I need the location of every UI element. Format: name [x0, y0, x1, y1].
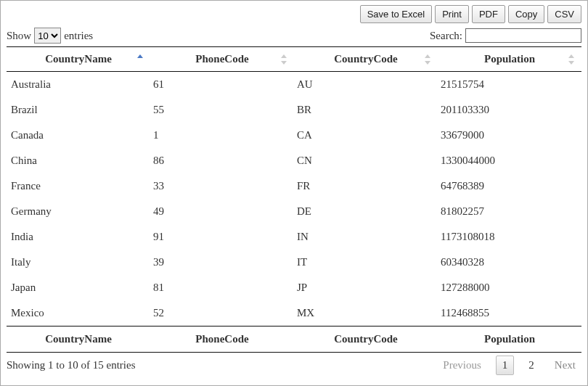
cell-pop: 112468855: [438, 300, 581, 327]
table-row: China86CN1330044000: [7, 148, 581, 173]
cell-pop: 33679000: [438, 123, 581, 148]
pagination-previous[interactable]: Previous: [437, 356, 487, 374]
cell-pop: 1330044000: [438, 148, 581, 173]
table-row: Germany49DE81802257: [7, 199, 581, 224]
save-to-excel-button[interactable]: Save to Excel: [360, 5, 433, 23]
copy-button[interactable]: Copy: [508, 5, 544, 23]
cell-phone: 61: [150, 72, 294, 98]
cell-phone: 49: [150, 199, 294, 224]
sort-icon: [568, 54, 576, 65]
cell-phone: 86: [150, 148, 294, 173]
table-row: Mexico52MX112468855: [7, 300, 581, 327]
cell-phone: 33: [150, 173, 294, 199]
cell-phone: 1: [150, 123, 294, 148]
table-row: Canada1CA33679000: [7, 123, 581, 148]
cell-code: BR: [294, 97, 438, 123]
cell-phone: 39: [150, 250, 294, 275]
table-row: Italy39IT60340328: [7, 250, 581, 275]
column-footer-countryname: CountryName: [7, 327, 150, 353]
page-length-control: Show 10 entries: [7, 28, 93, 44]
cell-pop: 127288000: [438, 275, 581, 300]
sort-icon: [281, 54, 288, 65]
column-header-countryname[interactable]: CountryName: [7, 47, 150, 72]
table-row: Brazil55BR201103330: [7, 97, 581, 123]
cell-code: IT: [294, 250, 438, 275]
cell-pop: 64768389: [438, 173, 581, 199]
length-suffix-label: entries: [64, 30, 93, 42]
cell-name: Australia: [7, 72, 150, 98]
column-footer-population: Population: [438, 327, 581, 353]
length-prefix-label: Show: [7, 30, 31, 42]
column-header-countrycode[interactable]: CountryCode: [294, 47, 438, 72]
table-row: France33FR64768389: [7, 173, 581, 199]
cell-name: Italy: [7, 250, 150, 275]
column-label: Population: [484, 53, 535, 65]
table-row: Australia61AU21515754: [7, 72, 581, 98]
csv-button[interactable]: CSV: [547, 5, 581, 23]
sort-asc-icon: [137, 54, 144, 65]
cell-name: Brazil: [7, 97, 150, 123]
cell-pop: 60340328: [438, 250, 581, 275]
cell-name: Canada: [7, 123, 150, 148]
search-control: Search:: [430, 28, 581, 43]
column-footer-countrycode: CountryCode: [294, 327, 438, 353]
column-header-population[interactable]: Population: [438, 47, 581, 72]
cell-pop: 81802257: [438, 199, 581, 224]
cell-code: CA: [294, 123, 438, 148]
cell-name: Mexico: [7, 300, 150, 327]
cell-code: AU: [294, 72, 438, 98]
cell-name: India: [7, 224, 150, 250]
cell-name: Germany: [7, 199, 150, 224]
cell-pop: 201103330: [438, 97, 581, 123]
table-row: Japan81JP127288000: [7, 275, 581, 300]
cell-code: CN: [294, 148, 438, 173]
pagination-next[interactable]: Next: [549, 356, 581, 374]
print-button[interactable]: Print: [435, 5, 469, 23]
cell-pop: 21515754: [438, 72, 581, 98]
cell-code: FR: [294, 173, 438, 199]
column-label: CountryName: [45, 53, 112, 65]
column-header-phonecode[interactable]: PhoneCode: [150, 47, 294, 72]
pdf-button[interactable]: PDF: [472, 5, 505, 23]
sort-icon: [425, 54, 432, 65]
cell-code: DE: [294, 199, 438, 224]
column-label: CountryCode: [334, 53, 398, 65]
search-label: Search:: [430, 30, 462, 42]
cell-phone: 55: [150, 97, 294, 123]
table-row: India91IN1173108018: [7, 224, 581, 250]
pagination-page-2[interactable]: 2: [523, 356, 540, 374]
cell-name: China: [7, 148, 150, 173]
cell-phone: 81: [150, 275, 294, 300]
export-toolbar: Save to Excel Print PDF Copy CSV: [7, 5, 581, 23]
cell-name: France: [7, 173, 150, 199]
search-input[interactable]: [465, 28, 581, 43]
page-length-select[interactable]: 10: [34, 28, 61, 44]
cell-name: Japan: [7, 275, 150, 300]
cell-phone: 91: [150, 224, 294, 250]
cell-code: MX: [294, 300, 438, 327]
cell-pop: 1173108018: [438, 224, 581, 250]
cell-phone: 52: [150, 300, 294, 327]
pagination: Previous 1 2 Next: [437, 356, 581, 375]
pagination-page-1[interactable]: 1: [496, 356, 515, 375]
table-info: Showing 1 to 10 of 15 entries: [7, 359, 136, 371]
cell-code: IN: [294, 224, 438, 250]
column-footer-phonecode: PhoneCode: [150, 327, 294, 353]
cell-code: JP: [294, 275, 438, 300]
data-table: CountryName PhoneCode CountryCode Popula…: [7, 46, 581, 353]
column-label: PhoneCode: [195, 53, 248, 65]
